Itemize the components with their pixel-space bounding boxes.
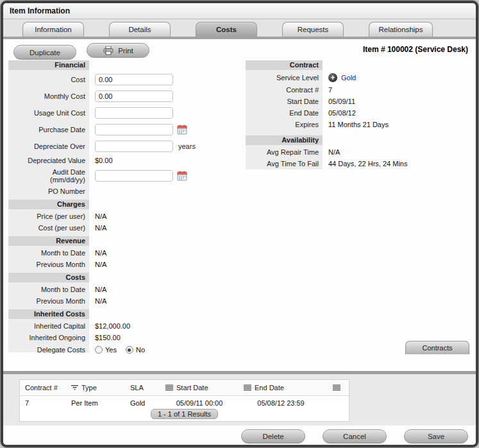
audit-date-input[interactable] [95,170,173,182]
header-column-options[interactable] [323,384,349,391]
pagination-row: 1 - 1 of 1 Results [20,409,349,419]
pagination-results-button[interactable]: 1 - 1 of 1 Results [151,409,218,419]
contract-expires-row: Expires 11 Months 21 Days [246,119,473,130]
cost-per-user-row: Cost (per user) N/A [8,222,240,234]
monthly-cost-input[interactable] [95,90,173,102]
menu-icon[interactable] [244,384,251,391]
purchase-date-row: Purchase Date [8,121,240,138]
avg-time-to-fail-label: Avg Time To Fail [246,160,323,168]
depreciate-over-label: Depreciate Over [8,142,89,150]
tab-contracts[interactable]: Contracts [405,341,469,354]
plus-circle-icon[interactable]: + [328,73,337,82]
item-reference: Item # 100002 (Service Desk) [363,45,468,54]
avg-repair-time-row: Avg Repair Time N/A [246,146,473,158]
radio-circle-checked-icon [126,346,133,354]
depreciated-value-row: Depreciated Value $0.00 [8,155,240,166]
usage-unit-cost-label: Usage Unit Cost [8,109,89,117]
contract-expires-value: 11 Months 21 Days [323,121,389,128]
tab-relationships[interactable]: Relationships [369,22,433,37]
costs-mtd-row: Month to Date N/A [8,284,240,295]
contract-start-date-value: 05/09/11 [323,98,355,105]
depreciate-over-input[interactable] [95,141,173,152]
section-header-inherited-costs: Inherited Costs [8,309,89,319]
service-level-link[interactable]: Gold [341,74,356,82]
header-type-label: Type [81,384,97,392]
depreciated-value: $0.00 [89,157,113,164]
tab-requests[interactable]: Requests [282,22,344,37]
usage-unit-cost-input[interactable] [95,107,173,119]
cell-type: Per Item [66,399,125,407]
table-row[interactable]: 7 Per Item Gold 05/09/11 00:00 05/08/12 … [20,396,349,409]
cell-start-date: 05/09/11 00:00 [160,399,239,407]
print-button-label: Print [118,47,133,55]
cost-per-user-value: N/A [89,224,106,232]
avg-repair-time-value: N/A [323,148,340,156]
costs-tab-content: Duplicate Print Item # 100002 (Service D… [3,39,476,371]
duplicate-button-label: Duplicate [29,49,60,56]
menu-icon[interactable] [165,384,173,391]
form-area: Financial Cost Monthly Cost Usage Unit C… [3,60,476,354]
price-per-user-label: Price (per user) [8,212,89,220]
monthly-cost-label: Monthly Cost [8,92,89,100]
cost-row: Cost [8,71,240,88]
costs-mtd-value: N/A [89,286,106,293]
contracts-table: Contract # Type SLA [19,379,349,422]
financial-column: Financial Cost Monthly Cost Usage Unit C… [8,60,240,352]
toolbar: Duplicate Print Item # 100002 (Service D… [3,39,476,60]
delegate-costs-label: Delegate Costs [8,346,89,354]
tab-costs[interactable]: Costs [196,22,257,37]
audit-date-calendar-icon[interactable] [177,171,187,181]
delete-button[interactable]: Delete [241,429,305,444]
price-per-user-value: N/A [89,212,106,220]
header-start-date[interactable]: Start Date [160,384,239,392]
monthly-cost-row: Monthly Cost [8,88,240,105]
delegate-costs-yes-radio[interactable]: Yes [95,346,117,354]
section-header-contract: Contract [246,60,323,70]
tab-bar: Information Details Costs Requests Relat… [3,19,476,37]
depreciate-over-suffix: years [178,142,196,150]
section-header-revenue: Revenue [8,236,89,246]
po-number-label: PO Number [8,187,89,195]
header-sla[interactable]: SLA [125,384,160,392]
contract-number-row: Contract # 7 [246,84,473,96]
costs-mtd-label: Month to Date [8,286,89,293]
purchase-date-calendar-icon[interactable] [177,125,187,135]
duplicate-button[interactable]: Duplicate [13,45,76,60]
depreciated-value-label: Depreciated Value [8,157,89,164]
delegate-costs-no-radio[interactable]: No [126,346,145,354]
purchase-date-input[interactable] [95,124,173,135]
delegate-no-label: No [136,346,145,354]
print-button[interactable]: Print [87,43,149,58]
contract-column: Contract Service Level + Gold Contract #… [246,60,473,169]
header-type[interactable]: Type [66,384,125,392]
delegate-costs-row: Delegate Costs Yes No [8,343,240,356]
delegate-yes-label: Yes [105,346,117,354]
radio-circle-icon [95,346,103,354]
po-number-row: PO Number [8,185,240,197]
cancel-button[interactable]: Cancel [323,429,387,444]
contract-expires-label: Expires [246,121,323,128]
audit-date-label: Audit Date (mm/dd/yy) [8,168,89,184]
cost-input[interactable] [95,74,173,85]
header-start-date-label: Start Date [176,384,208,392]
cell-sla: Gold [125,399,160,407]
header-end-date[interactable]: End Date [239,384,323,392]
avg-repair-time-label: Avg Repair Time [246,148,323,156]
header-contract-number-label: Contract # [25,384,58,392]
menu-icon[interactable] [333,384,340,391]
contract-start-date-label: Start Date [246,98,323,105]
contracts-panel: Contract # Type SLA [3,374,476,426]
tab-information[interactable]: Information [22,22,84,37]
save-button[interactable]: Save [404,429,468,444]
cell-contract-number: 7 [20,399,66,407]
filter-icon[interactable] [71,384,78,391]
header-contract-number[interactable]: Contract # [20,384,66,392]
inherited-ongoing-row: Inherited Ongoing $150.00 [8,332,240,343]
usage-unit-cost-row: Usage Unit Cost [8,105,240,121]
revenue-prev-value: N/A [89,261,106,268]
revenue-mtd-value: N/A [89,249,106,257]
revenue-mtd-row: Month to Date N/A [8,247,240,259]
contracts-subtab-row: Contracts [405,341,469,354]
tab-details[interactable]: Details [109,22,171,37]
item-information-window: Item Information Information Details Cos… [1,1,478,447]
